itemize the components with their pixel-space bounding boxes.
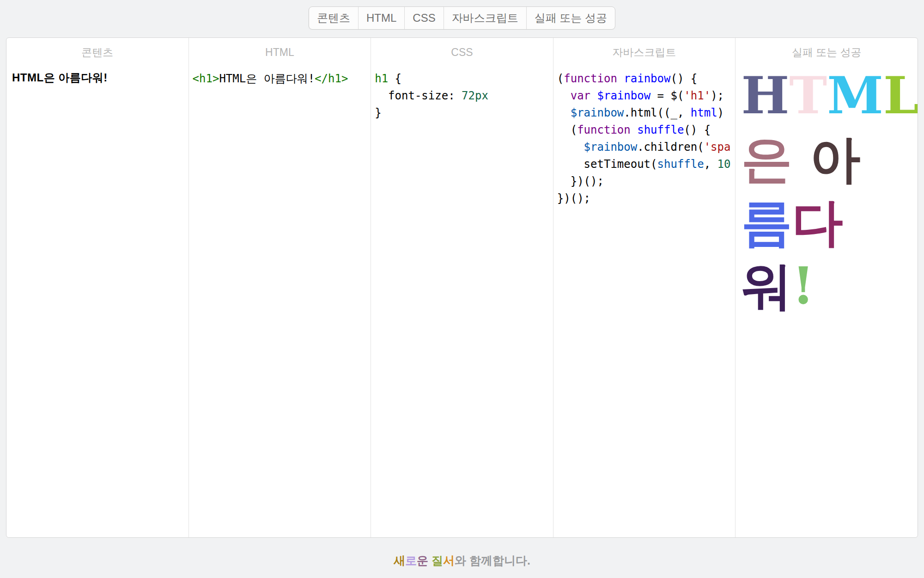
- column-css: CSSh1 { font-size: 72px}: [371, 38, 553, 537]
- code-token-plain: () {: [670, 72, 697, 85]
- code-token-plain: HTML은 아름다워!: [219, 72, 315, 85]
- column-header-result: 실패 또는 성공: [736, 45, 918, 59]
- toggle-button-3[interactable]: CSS: [404, 7, 443, 29]
- toggle-button-5[interactable]: 실패 또는 성공: [526, 7, 615, 29]
- rendered-letter: L: [883, 66, 918, 125]
- code-token-def: shuffle: [637, 123, 684, 136]
- column-javascript: 자바스크립트(function rainbow() { var $rainbow…: [553, 38, 736, 537]
- code-token-plain: [617, 72, 624, 85]
- rendered-heading-line: HTML: [741, 64, 912, 127]
- code-token-tag: </h1>: [315, 72, 348, 85]
- column-content: 콘텐츠HTML은 아름다워!: [6, 38, 189, 537]
- code-line: $rainbow.children('spa: [557, 139, 732, 156]
- column-header-content: 콘텐츠: [6, 45, 188, 59]
- code-token-plain: (: [557, 72, 564, 85]
- column-header-javascript: 자바스크립트: [553, 45, 736, 59]
- code-token-plain: ): [717, 106, 724, 119]
- code-token-tag: <h1>: [193, 72, 219, 85]
- code-token-plain: ,: [704, 158, 717, 171]
- code-token-keyword: function: [577, 123, 631, 136]
- column-body-content[interactable]: HTML은 아름다워!: [6, 70, 188, 85]
- code-token-number: 10: [717, 158, 731, 171]
- column-body-css[interactable]: h1 { font-size: 72px}: [371, 70, 553, 122]
- column-header-html: HTML: [189, 45, 371, 59]
- rendered-heading-line: 은 아: [741, 127, 912, 191]
- rendered-letter: 다: [792, 192, 843, 252]
- code-line: font-size: 72px: [375, 87, 549, 105]
- column-body-javascript[interactable]: (function rainbow() { var $rainbow = $('…: [553, 70, 736, 207]
- code-token-def: rainbow: [624, 72, 670, 85]
- code-token-plain: .children(: [637, 141, 704, 154]
- code-token-variable2: $rainbow: [571, 106, 624, 119]
- footer-segment: 로: [405, 554, 417, 567]
- code-token-plain: (: [557, 123, 577, 136]
- code-token-keyword: function: [564, 72, 617, 85]
- rendered-letter: M: [827, 66, 883, 125]
- code-line: setTimeout(shuffle, 10: [557, 156, 732, 173]
- column-header-css: CSS: [371, 45, 553, 59]
- code-line: })();: [557, 190, 732, 207]
- code-token-def: $rainbow: [597, 89, 651, 102]
- code-line: })();: [557, 173, 732, 190]
- code-token-variable2: $rainbow: [584, 141, 638, 154]
- footer-segment: 운: [417, 554, 428, 567]
- code-token-plain: [631, 123, 637, 136]
- rendered-heading-line: 름다: [741, 191, 912, 254]
- code-token-plain: .html((_,: [624, 106, 691, 119]
- toggle-button-4[interactable]: 자바스크립트: [444, 7, 526, 29]
- code-token-def: html: [691, 106, 717, 119]
- playground-panel: 콘텐츠HTML은 아름다워!HTML<h1>HTML은 아름다워!</h1>CS…: [6, 37, 918, 538]
- code-line: $rainbow.html((_, html): [557, 105, 732, 122]
- code-line: var $rainbow = $('h1');: [557, 87, 732, 105]
- rendered-letter: 름: [741, 192, 792, 252]
- column-body-result: HTML은 아름다워!: [736, 64, 918, 317]
- footer-segment: 새: [394, 554, 405, 567]
- code-token-keyword: var: [571, 89, 590, 102]
- rendered-letter: 워: [741, 256, 792, 315]
- rendered-letter: 아: [810, 129, 861, 189]
- rendered-letter: H: [741, 66, 789, 125]
- footer-segment: 질: [432, 554, 443, 567]
- footer-segment: 서: [443, 554, 455, 567]
- code-token-string: 'h1': [684, 89, 711, 102]
- footer-tagline: 새로운 질서와 함께합니다.: [0, 553, 924, 568]
- code-token-string: 'spa: [704, 141, 731, 154]
- code-token-plain: })();: [557, 192, 590, 205]
- footer-segment: 와 함께합니다.: [455, 554, 530, 567]
- toggle-button-1[interactable]: 콘텐츠: [309, 7, 358, 29]
- code-token-tag: h1: [375, 72, 388, 85]
- code-token-number: 72px: [462, 89, 488, 102]
- column-result: 실패 또는 성공HTML은 아름다워!: [736, 38, 918, 537]
- code-token-variable2: shuffle: [657, 158, 704, 171]
- code-token-plain: }: [375, 106, 381, 119]
- code-token-plain: [590, 89, 597, 102]
- column-body-html[interactable]: <h1>HTML은 아름다워!</h1>: [189, 70, 371, 87]
- code-line: (function shuffle() {: [557, 122, 732, 139]
- code-token-plain: })();: [557, 175, 604, 188]
- code-token-plain: font-size:: [375, 89, 462, 102]
- code-token-plain: () {: [684, 123, 711, 136]
- code-token-plain: [557, 89, 571, 102]
- code-line: }: [375, 105, 549, 122]
- view-toggle-group: 콘텐츠HTMLCSS자바스크립트실패 또는 성공: [309, 6, 615, 30]
- code-token-plain: setTimeout(: [557, 158, 657, 171]
- rendered-letter: !: [792, 256, 814, 315]
- column-html: HTML<h1>HTML은 아름다워!</h1>: [189, 38, 371, 537]
- code-line: <h1>HTML은 아름다워!</h1>: [193, 70, 367, 87]
- code-token-plain: {: [388, 72, 401, 85]
- code-token-plain: = $(: [650, 89, 684, 102]
- code-line: h1 {: [375, 70, 549, 87]
- rendered-letter: 은: [741, 129, 792, 189]
- footer-segment: [428, 554, 432, 567]
- rendered-letter: [792, 129, 809, 189]
- code-line: (function rainbow() {: [557, 70, 732, 87]
- rendered-letter: T: [789, 66, 827, 125]
- code-token-plain: );: [711, 89, 724, 102]
- rendered-heading-line: 워!: [741, 254, 912, 317]
- code-token-plain: [557, 106, 571, 119]
- code-token-plain: [557, 141, 584, 154]
- toggle-button-2[interactable]: HTML: [358, 7, 404, 29]
